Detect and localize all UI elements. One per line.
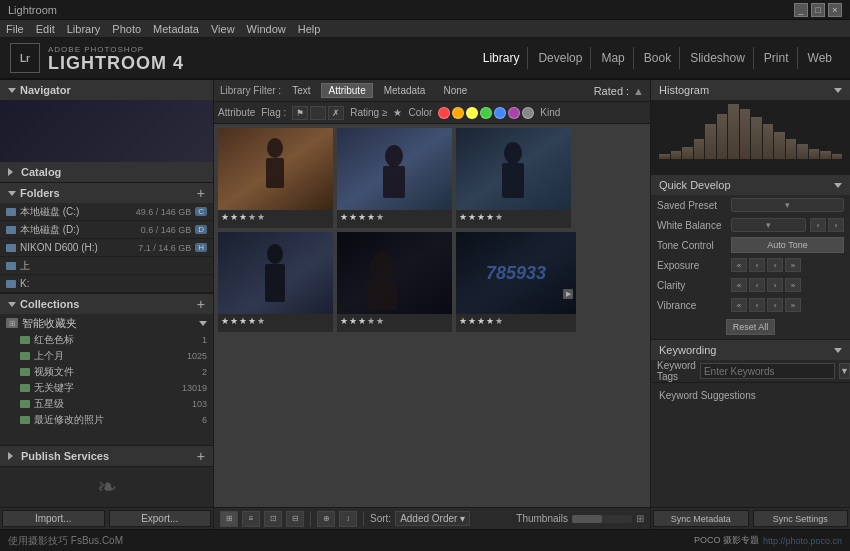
minimize-button[interactable]: _ bbox=[794, 3, 808, 17]
menu-edit[interactable]: Edit bbox=[36, 23, 55, 35]
star-rating[interactable]: ★ bbox=[393, 107, 402, 118]
filter-tab-none[interactable]: None bbox=[436, 83, 474, 98]
sync-metadata-button[interactable]: Sync Metadata bbox=[653, 510, 749, 527]
catalog-header[interactable]: Catalog bbox=[0, 162, 213, 182]
collections-header[interactable]: Collections + bbox=[0, 294, 213, 314]
nav-library[interactable]: Library bbox=[475, 47, 529, 69]
nav-web[interactable]: Web bbox=[800, 47, 840, 69]
collection-item-recentedit[interactable]: 最近修改的照片 6 bbox=[0, 412, 213, 428]
hist-bar-6 bbox=[717, 114, 728, 159]
histogram-header[interactable]: Histogram bbox=[651, 80, 850, 100]
maximize-button[interactable]: □ bbox=[811, 3, 825, 17]
collection-item-red[interactable]: 红色色标 1 bbox=[0, 332, 213, 348]
qd-wb-control[interactable]: ▾ bbox=[731, 218, 806, 232]
view-compare-button[interactable]: ⊡ bbox=[264, 511, 282, 527]
filter-expand-icon[interactable]: ▲ bbox=[633, 85, 644, 97]
folder-item-k[interactable]: K: bbox=[0, 275, 213, 293]
import-button[interactable]: Import... bbox=[2, 510, 105, 527]
flag-reject[interactable]: ✗ bbox=[328, 106, 344, 120]
collection-item-fivestar[interactable]: 五星级 103 bbox=[0, 396, 213, 412]
menu-help[interactable]: Help bbox=[298, 23, 321, 35]
nav-map[interactable]: Map bbox=[593, 47, 633, 69]
qd-header[interactable]: Quick Develop bbox=[651, 175, 850, 195]
keyword-input[interactable] bbox=[700, 363, 835, 379]
photo-cell-5[interactable]: ★ ★ ★ ★ ★ bbox=[337, 232, 452, 332]
qd-clarity-left[interactable]: ‹ bbox=[749, 278, 765, 292]
navigator-header[interactable]: Navigator bbox=[0, 80, 213, 100]
nav-book[interactable]: Book bbox=[636, 47, 680, 69]
folders-header[interactable]: Folders + bbox=[0, 183, 213, 203]
nav-slideshow[interactable]: Slideshow bbox=[682, 47, 754, 69]
photo-cell-4[interactable]: ★ ★ ★ ★ ★ bbox=[218, 232, 333, 332]
flag-pick[interactable]: ⚑ bbox=[292, 106, 308, 120]
menu-file[interactable]: File bbox=[6, 23, 24, 35]
color-orange[interactable] bbox=[452, 107, 464, 119]
export-button[interactable]: Export... bbox=[109, 510, 212, 527]
filter-tab-metadata[interactable]: Metadata bbox=[377, 83, 433, 98]
folder-item-up[interactable]: 上 bbox=[0, 257, 213, 275]
tool-btn-2[interactable]: ↕ bbox=[339, 511, 357, 527]
flag-neutral[interactable] bbox=[310, 106, 326, 120]
collections-add-button[interactable]: + bbox=[197, 296, 205, 312]
nav-develop[interactable]: Develop bbox=[530, 47, 591, 69]
photo-cell-2[interactable]: ★ ★ ★ ★ ★ bbox=[337, 128, 452, 228]
photo-cell-6[interactable]: 785933 ▶ ★ ★ ★ ★ ★ bbox=[456, 232, 576, 332]
folder-item-c[interactable]: 本地磁盘 (C:) 49.6 / 146 GB C bbox=[0, 203, 213, 221]
collection-group-smart[interactable]: ⊞ 智能收藏夹 bbox=[0, 314, 213, 332]
folder-item-d[interactable]: 本地磁盘 (D:) 0.6 / 146 GB D bbox=[0, 221, 213, 239]
qd-exposure-left[interactable]: ‹ bbox=[749, 258, 765, 272]
qd-vibrance-left[interactable]: ‹ bbox=[749, 298, 765, 312]
qd-wb-right[interactable]: › bbox=[828, 218, 844, 232]
view-survey-button[interactable]: ⊟ bbox=[286, 511, 304, 527]
collection-item-nokeyword[interactable]: 无关键字 13019 bbox=[0, 380, 213, 396]
menu-view[interactable]: View bbox=[211, 23, 235, 35]
nav-print[interactable]: Print bbox=[756, 47, 798, 69]
menu-metadata[interactable]: Metadata bbox=[153, 23, 199, 35]
publish-add-button[interactable]: + bbox=[197, 448, 205, 464]
qd-clarity-dbl-left[interactable]: « bbox=[731, 278, 747, 292]
filter-tab-text[interactable]: Text bbox=[285, 83, 317, 98]
kw-header[interactable]: Keywording bbox=[651, 340, 850, 360]
collection-group-icon: ⊞ bbox=[6, 318, 18, 328]
folders-add-button[interactable]: + bbox=[197, 185, 205, 201]
qd-exposure-dbl-right[interactable]: » bbox=[785, 258, 801, 272]
collection-item-lastmonth[interactable]: 上个月 1025 bbox=[0, 348, 213, 364]
qd-reset-button[interactable]: Reset All bbox=[726, 319, 776, 335]
collection-item-video[interactable]: 视频文件 2 bbox=[0, 364, 213, 380]
thumbnail-slider[interactable] bbox=[572, 515, 632, 523]
view-grid-button[interactable]: ⊞ bbox=[220, 511, 238, 527]
close-button[interactable]: × bbox=[828, 3, 842, 17]
menu-window[interactable]: Window bbox=[247, 23, 286, 35]
qd-vibrance-dbl-left[interactable]: « bbox=[731, 298, 747, 312]
qd-exposure-right[interactable]: › bbox=[767, 258, 783, 272]
qd-vibrance-right[interactable]: › bbox=[767, 298, 783, 312]
color-gray[interactable] bbox=[522, 107, 534, 119]
color-filters bbox=[438, 107, 534, 119]
folder-item-h[interactable]: NIKON D600 (H:) 7.1 / 14.6 GB H bbox=[0, 239, 213, 257]
menu-library[interactable]: Library bbox=[67, 23, 101, 35]
tool-btn-1[interactable]: ⊕ bbox=[317, 511, 335, 527]
qd-wb-left[interactable]: ‹ bbox=[810, 218, 826, 232]
qd-vibrance-dbl-right[interactable]: » bbox=[785, 298, 801, 312]
photo-cell-1[interactable]: ★ ★ ★ ★ ★ bbox=[218, 128, 333, 228]
sort-dropdown[interactable]: Added Order ▾ bbox=[395, 511, 470, 526]
collections-content: ⊞ 智能收藏夹 红色色标 1 上个月 1025 视频文件 bbox=[0, 314, 213, 428]
photo-cell-3[interactable]: ★ ★ ★ ★ ★ bbox=[456, 128, 571, 228]
sync-settings-button[interactable]: Sync Settings bbox=[753, 510, 849, 527]
qd-autotone-button[interactable]: Auto Tone bbox=[731, 237, 844, 253]
view-list-button[interactable]: ≡ bbox=[242, 511, 260, 527]
qd-exposure-dbl-left[interactable]: « bbox=[731, 258, 747, 272]
color-red[interactable] bbox=[438, 107, 450, 119]
qd-clarity-right[interactable]: › bbox=[767, 278, 783, 292]
color-green[interactable] bbox=[480, 107, 492, 119]
menu-photo[interactable]: Photo bbox=[112, 23, 141, 35]
kw-settings-button[interactable]: ▼ bbox=[839, 363, 850, 379]
color-blue[interactable] bbox=[494, 107, 506, 119]
color-yellow[interactable] bbox=[466, 107, 478, 119]
color-purple[interactable] bbox=[508, 107, 520, 119]
qd-savedpreset-control[interactable]: ▾ bbox=[731, 198, 844, 212]
qd-clarity-dbl-right[interactable]: » bbox=[785, 278, 801, 292]
title-bar-controls[interactable]: _ □ × bbox=[794, 3, 842, 17]
filter-tab-attribute[interactable]: Attribute bbox=[321, 83, 372, 98]
publish-header[interactable]: Publish Services + bbox=[0, 446, 213, 466]
